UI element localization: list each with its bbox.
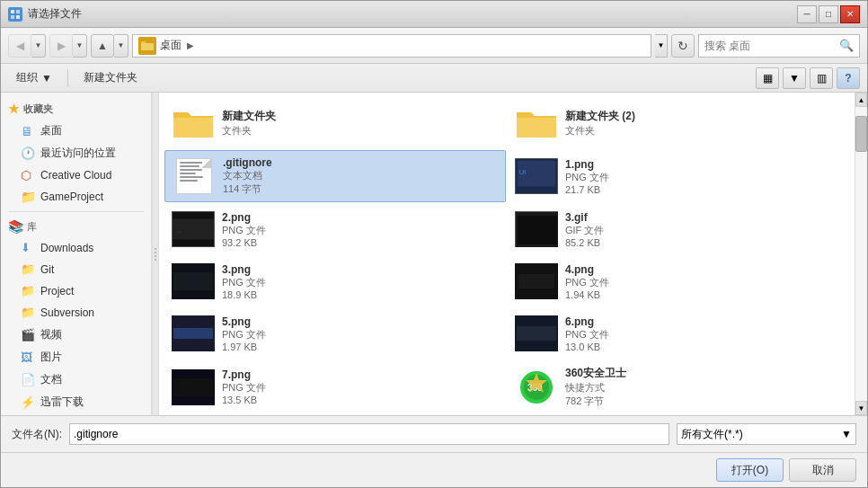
sidebar-item-videos[interactable]: 🎬 视频 <box>1 324 151 346</box>
close-button[interactable]: ✕ <box>840 5 860 23</box>
sidebar-item-subversion[interactable]: 📁 Subversion <box>1 302 151 324</box>
scroll-up-arrow[interactable]: ▲ <box>855 93 867 107</box>
file-item-new-folder-1[interactable]: 新建文件夹 文件夹 <box>164 98 506 148</box>
sidebar-item-game-project[interactable]: 📁 GameProject <box>1 186 151 208</box>
library-icon: 📚 <box>8 219 23 234</box>
maximize-button[interactable]: □ <box>819 5 838 23</box>
file-size-4png: 1.94 KB <box>565 289 842 300</box>
file-info-1: 新建文件夹 文件夹 <box>222 109 499 138</box>
help-button[interactable]: ? <box>837 67 860 89</box>
dialog-window: 请选择文件 ─ □ ✕ ◀ ▼ ▶ ▼ ▲ ▼ 桌面 ▶ ▼ ↻ <box>0 0 868 488</box>
filename-input[interactable] <box>69 423 669 445</box>
file-item-gitignore[interactable]: .gitignore 文本文档 114 字节 <box>164 150 506 202</box>
file-item-5png[interactable]: 5.png PNG 文件 1.97 KB <box>164 308 506 359</box>
window-icon <box>8 7 22 22</box>
view-dropdown-button[interactable]: ▼ <box>783 67 806 89</box>
file-item-6png[interactable]: 6.png PNG 文件 13.0 KB <box>508 308 849 359</box>
sidebar-item-creative-cloud[interactable]: ⬡ Creative Cloud <box>1 164 151 186</box>
filetype-select[interactable]: 所有文件(*.*) ▼ <box>677 423 856 445</box>
file-type-2png: PNG 文件 <box>222 224 499 237</box>
file-info-4png: 4.png PNG 文件 1.94 KB <box>565 263 842 300</box>
address-bar[interactable]: 桌面 ▶ <box>132 34 651 58</box>
downloads-icon: ⬇ <box>21 241 35 255</box>
svg-rect-1 <box>16 10 20 13</box>
clock-icon: 🕐 <box>21 146 35 161</box>
file-item-360[interactable]: 360 360安全卫士 快捷方式 782 字节 <box>508 360 849 413</box>
new-folder-button[interactable]: 新建文件夹 <box>75 67 146 89</box>
sidebar-item-downloads[interactable]: ⬇ Downloads <box>1 237 151 259</box>
back-button[interactable]: ◀ <box>8 34 31 58</box>
back-dropdown[interactable]: ▼ <box>31 34 46 58</box>
folder-thumb-2 <box>515 105 558 141</box>
sidebar-item-thunder[interactable]: ⚡ 迅雷下载 <box>1 391 151 413</box>
favorites-header: ★ 收藏夹 <box>1 98 151 120</box>
file-item-4png[interactable]: 4.png PNG 文件 1.94 KB <box>508 256 849 306</box>
library-section: 📚 库 ⬇ Downloads 📁 Git 📁 Project 📁 <box>1 216 151 413</box>
svg-text:...: ... <box>176 227 182 234</box>
svg-rect-20 <box>517 326 556 341</box>
file-item-2png[interactable]: ... 2.png PNG 文件 93.2 KB <box>164 204 506 254</box>
address-dropdown-btn[interactable]: ▼ <box>655 34 668 58</box>
360-thumb: 360 <box>515 369 558 405</box>
organize-button[interactable]: 组织 ▼ <box>8 67 60 89</box>
forward-button[interactable]: ▶ <box>49 34 73 58</box>
right-scrollbar[interactable]: ▲ ▼ <box>855 93 867 415</box>
svg-rect-3 <box>16 15 20 19</box>
preview-pane-button[interactable]: ▥ <box>810 67 833 89</box>
search-input[interactable] <box>704 40 839 52</box>
png2-thumb: ... <box>172 211 215 247</box>
action-toolbar: 组织 ▼ 新建文件夹 ▦ ▼ ▥ ? <box>1 64 867 93</box>
forward-dropdown[interactable]: ▼ <box>73 34 87 58</box>
svg-text:UI: UI <box>519 168 527 176</box>
up-dropdown[interactable]: ▼ <box>114 34 128 58</box>
file-info-360: 360安全卫士 快捷方式 782 字节 <box>565 366 842 408</box>
file-type-360: 快捷方式 <box>565 381 842 395</box>
scroll-down-arrow[interactable]: ▼ <box>855 401 867 415</box>
file-item-3png[interactable]: 3.png PNG 文件 18.9 KB <box>164 256 506 306</box>
file-item-7png[interactable]: 7.png PNG 文件 13.5 KB <box>164 360 506 413</box>
sidebar-item-git[interactable]: 📁 Git <box>1 259 151 280</box>
file-name-1png: 1.png <box>565 158 842 171</box>
minimize-button[interactable]: ─ <box>797 5 817 23</box>
sidebar-item-recent[interactable]: 🕐 最近访问的位置 <box>1 142 151 164</box>
view-toggle-button[interactable]: ▦ <box>756 67 779 89</box>
file-name-3png: 3.png <box>222 263 499 276</box>
png7-thumb <box>172 369 215 405</box>
file-type-1png: PNG 文件 <box>565 171 842 184</box>
gitignore-thumb <box>173 158 216 194</box>
sidebar-item-desktop[interactable]: 🖥 桌面 <box>1 120 151 142</box>
thunder-icon: ⚡ <box>21 395 35 410</box>
svg-rect-18 <box>173 328 213 339</box>
file-type-1: 文件夹 <box>222 124 499 138</box>
refresh-button[interactable]: ↻ <box>671 34 695 58</box>
sidebar-item-images[interactable]: 🖼 图片 <box>1 346 151 368</box>
file-info-3png: 3.png PNG 文件 18.9 KB <box>222 263 499 300</box>
sidebar-item-docs[interactable]: 📄 文档 <box>1 368 151 391</box>
title-bar: 请选择文件 ─ □ ✕ <box>1 1 867 28</box>
action-bar: 打开(O) 取消 <box>1 452 867 487</box>
resize-handle[interactable] <box>152 93 159 415</box>
file-type-6png: PNG 文件 <box>565 328 842 342</box>
file-name-2png: 2.png <box>222 211 499 224</box>
sidebar-item-project[interactable]: 📁 Project <box>1 280 151 302</box>
svg-rect-12 <box>518 216 557 244</box>
file-type-gitignore: 文本文档 <box>223 169 498 182</box>
file-grid: 新建文件夹 文件夹 新建文件夹 (2) 文件夹 <box>164 98 849 413</box>
gif-thumb <box>515 211 558 247</box>
search-icon: 🔍 <box>839 39 854 52</box>
file-info-2png: 2.png PNG 文件 93.2 KB <box>222 211 499 248</box>
up-button[interactable]: ▲ <box>91 34 114 58</box>
file-item-3gif[interactable]: 3.gif GIF 文件 85.2 KB <box>508 204 849 254</box>
file-size-gitignore: 114 字节 <box>223 182 498 196</box>
images-icon: 🖼 <box>21 350 35 365</box>
file-item-new-folder-2[interactable]: 新建文件夹 (2) 文件夹 <box>508 98 849 148</box>
cancel-button[interactable]: 取消 <box>789 458 856 482</box>
folder-thumb-1 <box>172 105 215 141</box>
png1-thumb: UI <box>515 158 558 194</box>
title-bar-left: 请选择文件 <box>8 6 82 22</box>
file-item-1png[interactable]: UI 1.png PNG 文件 21.7 KB <box>508 150 849 202</box>
resize-dots <box>155 248 156 261</box>
subversion-folder-icon: 📁 <box>21 306 35 320</box>
file-info-2: 新建文件夹 (2) 文件夹 <box>565 109 842 138</box>
open-button[interactable]: 打开(O) <box>716 458 784 482</box>
